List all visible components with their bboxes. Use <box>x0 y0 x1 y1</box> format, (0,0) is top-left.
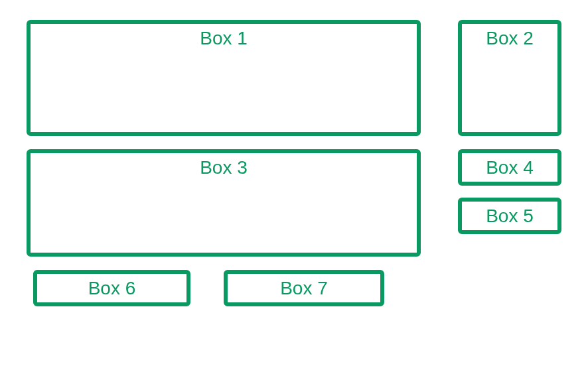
box-3: Box 3 <box>27 149 421 257</box>
box-1-label: Box 1 <box>200 28 248 48</box>
box-4-label: Box 4 <box>486 157 534 178</box>
box-4: Box 4 <box>458 149 561 186</box>
row-3: Box 6 Box 7 <box>27 270 561 306</box>
box-6-label: Box 6 <box>88 278 136 298</box>
row-2: Box 3 Box 4 Box 5 <box>27 149 561 257</box>
box-1: Box 1 <box>27 20 421 136</box>
box-6: Box 6 <box>33 270 190 306</box>
box-2: Box 2 <box>458 20 561 136</box>
box-7: Box 7 <box>224 270 384 306</box>
box-2-label: Box 2 <box>486 28 534 48</box>
box-7-label: Box 7 <box>280 278 328 298</box>
box-5: Box 5 <box>458 198 561 234</box>
row-1: Box 1 Box 2 <box>27 20 561 136</box>
right-column: Box 4 Box 5 <box>458 149 561 257</box>
box-5-label: Box 5 <box>486 206 534 226</box>
box-3-label: Box 3 <box>200 157 248 178</box>
